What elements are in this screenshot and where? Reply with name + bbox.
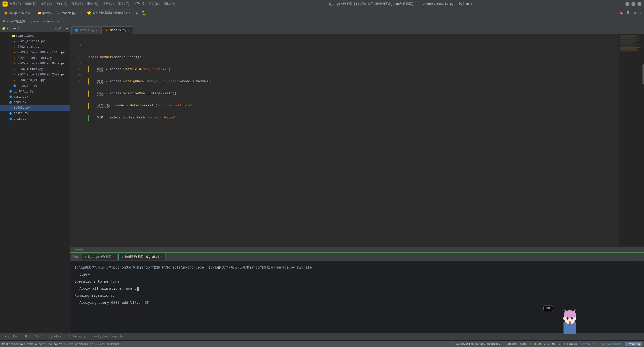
- chevron-right-icon: ›: [31, 11, 32, 15]
- tree-item-0002[interactable]: 🔸 0002_text.py: [0, 44, 70, 50]
- tree-item-admin[interactable]: 🔷 admin.py: [0, 94, 70, 100]
- breadcrumb-project[interactable]: Django与数据库: [3, 19, 26, 24]
- tree-item-migrations[interactable]: ▾ 📁 migrations: [0, 33, 70, 39]
- tree-item-apps[interactable]: 🔷 apps.py: [0, 100, 70, 105]
- tree-item-0001[interactable]: 🔸 0001_initial.py: [0, 39, 70, 44]
- bottom-tab-run[interactable]: ▶ y: Run: [2, 334, 22, 340]
- toolbar-django-btn[interactable]: 🔶 Django与数据库 ›: [2, 10, 34, 16]
- code-editor[interactable]: 23 24 25 26 27 28 29 30 class Member(mod…: [70, 34, 644, 246]
- menu-file[interactable]: 文件(F): [10, 2, 21, 6]
- views-tab-close[interactable]: ×: [96, 29, 98, 32]
- discovering-status: Discovering binary modules...: [451, 342, 504, 345]
- encoding-indicator[interactable]: CRLF UTF-8: [544, 342, 560, 345]
- terminal-tabs: Run: ▶ Django与数据库 × ⚙ 映射到数据库(migrate) × …: [70, 253, 644, 261]
- file-apps-label: apps.py: [14, 101, 26, 104]
- breadcrumb-query[interactable]: query: [30, 20, 39, 23]
- tree-item-0003[interactable]: 🔸 0003_auto_20200325_1245.py: [0, 50, 70, 55]
- debug-button[interactable]: 🐛: [141, 10, 148, 16]
- sidebar: 📁 Project ⚙ 📌 ⋮ — ▾ 📁 migrations 🔸 0001_…: [0, 25, 70, 333]
- tree-item-0007[interactable]: 🔸 0007_auto_20200326_2009.py: [0, 72, 70, 77]
- toolbar-query-btn[interactable]: 📁 query ›: [35, 10, 54, 16]
- folder-icon: 📁: [37, 11, 41, 15]
- window-title: Django与数据库 [I:\我的大学\项目代码\Django与数据库] – .…: [175, 2, 625, 6]
- sidebar-more-icon[interactable]: ⋮: [62, 27, 65, 30]
- tree-item-models[interactable]: 🔸 models.py: [0, 105, 70, 111]
- tree-item-tests[interactable]: 🔷 tests.py: [0, 111, 70, 116]
- terminal-tab1-close[interactable]: ×: [113, 255, 114, 258]
- models-tab-label: models.py: [110, 29, 126, 32]
- menu-bar[interactable]: 文件(F) 编辑(E) 视图(V) 导航(N) 代码(C) 重构(R) 运行(U…: [10, 2, 175, 6]
- tree-item-0006[interactable]: 🔸 0006_member.py: [0, 66, 70, 72]
- tree-item-0004[interactable]: 🔸 0004_delete_text.py: [0, 55, 70, 61]
- python-version-indicator[interactable]: Python 3.8 (Django与数据库): [580, 342, 622, 346]
- event-log-button[interactable]: Event Log: [625, 342, 642, 346]
- find-icon[interactable]: 🔍: [625, 10, 632, 16]
- anime-character: 中简: [558, 308, 584, 333]
- menu-vcs[interactable]: VCS(S): [134, 2, 144, 6]
- terminal-minimize-btn[interactable]: —: [640, 255, 642, 259]
- minimize-button[interactable]: ─: [625, 2, 629, 6]
- tab-views[interactable]: 🔷 views.py ×: [71, 26, 101, 34]
- minimap-content: [619, 34, 644, 55]
- run-button[interactable]: ▶: [135, 10, 140, 16]
- bottom-tab-terminal[interactable]: ⬛ Terminal: [65, 334, 90, 340]
- tree-item-urls[interactable]: 🔷 urls.py: [0, 116, 70, 122]
- menu-tools[interactable]: 工具(T): [118, 2, 130, 6]
- tree-item-0008[interactable]: 🔸 0008_add_VIP.py: [0, 77, 70, 83]
- maximize-button[interactable]: □: [631, 2, 635, 6]
- window-controls[interactable]: ─ □ ×: [625, 2, 641, 6]
- quokka-tab-label: Quokka: [51, 335, 61, 338]
- menu-code[interactable]: 代码(C): [71, 2, 83, 6]
- bottom-tab-todo[interactable]: ☰ 6: TODO: [22, 334, 44, 340]
- tree-item-init1[interactable]: 🔷 __init__.py: [0, 83, 70, 89]
- menu-run[interactable]: 运行(U): [103, 2, 114, 6]
- menu-help[interactable]: 帮助(H): [164, 2, 176, 6]
- run-label: Run:: [72, 255, 80, 259]
- bookmark-icon[interactable]: 🔖: [618, 10, 624, 16]
- spaces-indicator[interactable]: 4 spaces: [564, 342, 577, 345]
- file-0005-label: 0005_auto_20200326_0039.py: [18, 62, 65, 65]
- terminal-tab-migrate[interactable]: ⚙ 映射到数据库(migrate) ×: [118, 254, 166, 260]
- line-col-indicator[interactable]: 3:30: [534, 342, 541, 345]
- spinner-icon: [451, 342, 454, 345]
- toolbar-models-btn[interactable]: 🔸 models.py ›: [55, 10, 79, 16]
- layout-icon[interactable]: ⊞: [638, 10, 642, 16]
- terminal-tab2-close[interactable]: ×: [161, 255, 163, 258]
- terminal-content[interactable]: I:\我的大学\项目代码\python3环境\Django与数据库\Script…: [70, 261, 644, 333]
- terminal-more-btn[interactable]: ⋮: [635, 255, 638, 259]
- bottom-tab-python-console[interactable]: Py Python Console: [91, 334, 126, 340]
- file-models-label: models.py: [14, 106, 30, 110]
- menu-edit[interactable]: 编辑(E): [25, 2, 37, 6]
- breadcrumb-models[interactable]: models.py: [43, 20, 59, 23]
- menu-window[interactable]: 窗口(W): [148, 2, 160, 6]
- svg-point-5: [563, 317, 565, 320]
- sidebar-collapse-icon[interactable]: —: [66, 27, 68, 30]
- code-footer: Member: [70, 246, 644, 252]
- settings-icon[interactable]: ⚙: [633, 10, 637, 16]
- editor-tabs: 🔷 views.py × 🔸 models.py ×: [70, 25, 644, 34]
- models-tab-close[interactable]: ×: [128, 29, 130, 32]
- status-green-dot: ●: [530, 342, 531, 345]
- sidebar-settings-icon[interactable]: ⚙: [55, 27, 57, 30]
- run-config-selector[interactable]: ⭐ 映射到数据库(MIGRATE) ▾: [84, 10, 134, 16]
- profile-button[interactable]: ⚡: [149, 11, 153, 15]
- terminal-tab-django[interactable]: ▶ Django与数据库 ×: [82, 254, 117, 260]
- svg-point-7: [567, 317, 569, 320]
- tree-item-init2[interactable]: 🔷 __init__.py: [0, 89, 70, 94]
- code-content[interactable]: class Member(models.Model): 昵称 = models.…: [84, 34, 619, 246]
- sidebar-pin-icon[interactable]: 📌: [58, 27, 61, 30]
- tab-models[interactable]: 🔸 models.py ×: [101, 26, 133, 34]
- menu-refactor[interactable]: 重构(R): [87, 2, 99, 6]
- svg-point-6: [574, 317, 576, 320]
- menu-navigate[interactable]: 导航(N): [56, 2, 68, 6]
- terminal-tab1-label: Django与数据库: [88, 255, 111, 259]
- svg-point-9: [568, 318, 569, 318]
- bottom-tab-quokka[interactable]: Q Quokka: [45, 334, 64, 340]
- lineno-29: 29: [70, 72, 81, 78]
- minimap: [619, 34, 644, 246]
- menu-view[interactable]: 视图(V): [41, 2, 52, 6]
- tree-item-0005[interactable]: 🔸 0005_auto_20200326_0039.py: [0, 61, 70, 66]
- close-button[interactable]: ×: [637, 2, 641, 6]
- models-label: models.py: [62, 11, 75, 15]
- caret-icon: ▾: [9, 34, 11, 37]
